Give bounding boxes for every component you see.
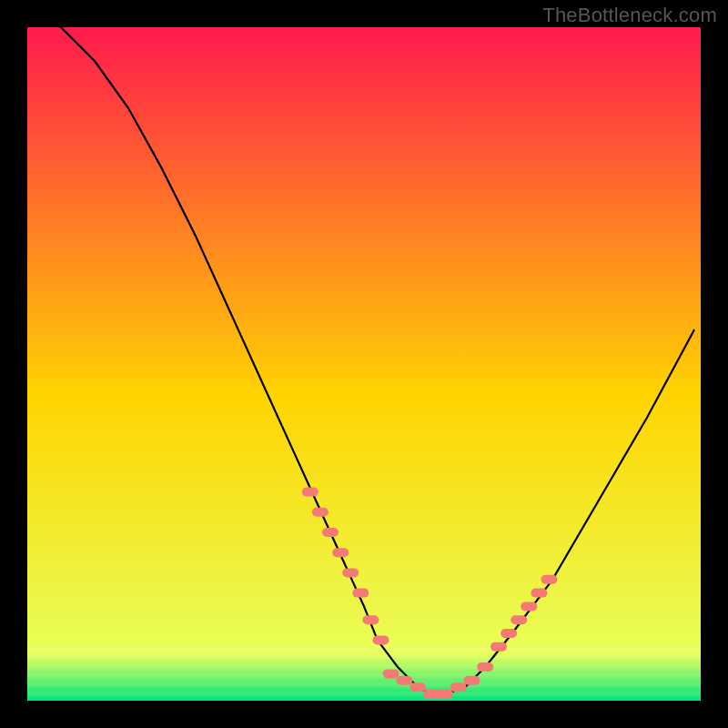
plot-area <box>27 27 701 701</box>
marker-left-branch-dots <box>373 635 389 644</box>
marker-valley-dots <box>463 676 480 685</box>
marker-left-branch-dots <box>342 568 359 577</box>
marker-valley-dots <box>396 676 412 685</box>
marker-left-branch-dots <box>352 589 369 598</box>
marker-valley-dots <box>437 690 453 699</box>
svg-rect-0 <box>27 27 701 701</box>
marker-left-branch-dots <box>302 488 318 497</box>
marker-right-branch-dots <box>541 575 558 584</box>
marker-right-branch-dots <box>521 602 537 611</box>
marker-right-branch-dots <box>500 629 517 638</box>
svg-rect-6 <box>27 692 701 696</box>
marker-valley-dots <box>383 669 399 678</box>
svg-rect-4 <box>27 673 701 678</box>
marker-right-branch-dots <box>531 589 547 598</box>
marker-valley-dots <box>450 682 467 692</box>
watermark-text: TheBottleneck.com <box>542 4 717 27</box>
svg-rect-2 <box>27 655 701 660</box>
marker-left-branch-dots <box>332 548 349 557</box>
svg-rect-5 <box>27 682 701 687</box>
marker-right-branch-dots <box>511 615 527 624</box>
marker-valley-dots <box>477 662 493 672</box>
chart-svg <box>27 27 701 701</box>
marker-valley-dots <box>410 682 426 692</box>
svg-rect-3 <box>27 664 701 669</box>
chart-frame: TheBottleneck.com <box>0 0 728 728</box>
svg-rect-1 <box>27 646 701 651</box>
marker-left-branch-dots <box>362 615 379 624</box>
marker-left-branch-dots <box>312 508 329 517</box>
marker-right-branch-dots <box>490 642 507 652</box>
marker-left-branch-dots <box>322 528 339 537</box>
